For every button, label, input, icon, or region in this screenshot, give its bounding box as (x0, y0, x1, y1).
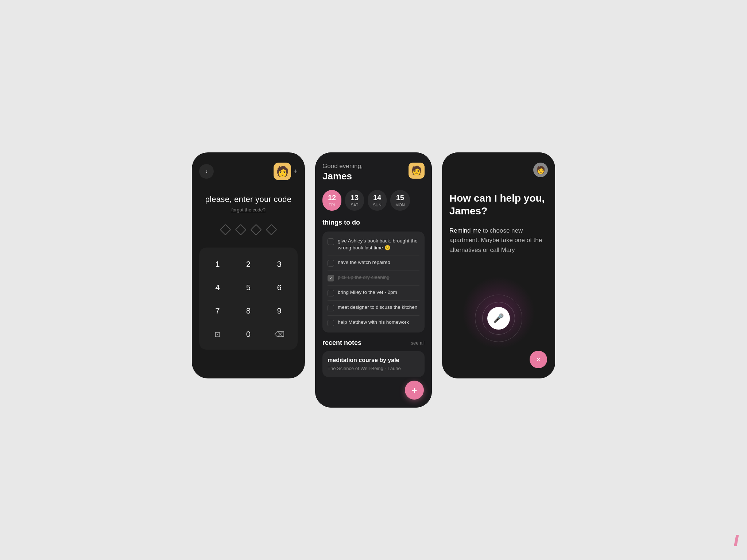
pin-dots (221, 226, 275, 234)
task-checkbox-2[interactable]: ✓ (328, 275, 334, 281)
voice-avatar: 🧑 (533, 163, 548, 177)
task-text-3: bring Miley to the vet - 2pm (338, 289, 419, 296)
key-6[interactable]: 6 (264, 277, 294, 299)
see-all-link[interactable]: see all (411, 340, 425, 346)
pin-dot-3 (250, 224, 262, 235)
voice-screen: 🧑 How can I help you, James? Remind me t… (442, 152, 555, 378)
mic-icon: 🎤 (493, 313, 504, 323)
voice-ring-outer: 🎤 (475, 295, 522, 342)
screens-container: ‹ 🧑 + please, enter your code forgot the… (192, 152, 555, 408)
task-item-5: help Matthew with his homework (328, 315, 419, 330)
task-checkbox-5[interactable] (328, 320, 334, 326)
voice-response: Remind me to choose new apartment. Maybe… (449, 226, 548, 255)
cal-day-name-sat: SAT (351, 203, 359, 207)
key-4[interactable]: 4 (203, 277, 232, 299)
task-text-1: have the watch repaired (338, 259, 419, 266)
pin-screen: ‹ 🧑 + please, enter your code forgot the… (192, 152, 305, 378)
delete-button[interactable]: ⌫ (264, 323, 294, 345)
mic-button[interactable]: 🎤 (487, 307, 510, 330)
key-7[interactable]: 7 (203, 300, 232, 322)
task-checkbox-0[interactable] (328, 238, 334, 245)
voice-close-button[interactable]: × (530, 351, 547, 368)
notes-section-title: recent notes (322, 339, 361, 347)
recent-notes-header: recent notes see all (322, 339, 425, 347)
key-2[interactable]: 2 (234, 253, 263, 275)
fab-plus-icon: + (411, 385, 417, 396)
cal-day-fri[interactable]: 12 FRI (322, 190, 341, 211)
greeting-text: Good evening, (322, 163, 363, 170)
cal-day-sun[interactable]: 14 SUN (368, 190, 387, 211)
phone-voice-shell: 🧑 How can I help you, James? Remind me t… (442, 152, 555, 378)
user-name: James (322, 171, 363, 182)
voice-question: How can I help you, James? (449, 192, 548, 217)
deco-slash: // (734, 533, 736, 549)
phone-pin-shell: ‹ 🧑 + please, enter your code forgot the… (192, 152, 305, 378)
cal-day-name-sun: SUN (373, 203, 381, 207)
task-item-0: give Ashley's book back. brought the wro… (328, 234, 419, 255)
task-text-5: help Matthew with his homework (338, 319, 419, 326)
face-id-button[interactable]: ⊡ (203, 323, 232, 345)
key-8[interactable]: 8 (234, 300, 263, 322)
pin-dot-4 (266, 224, 277, 235)
task-item-4: meet designer to discuss the kitchen (328, 300, 419, 315)
key-9[interactable]: 9 (264, 300, 294, 322)
key-5[interactable]: 5 (234, 277, 263, 299)
cal-day-num-sat: 13 (351, 194, 359, 202)
key-0[interactable]: 0 (234, 323, 263, 345)
remind-me-link[interactable]: Remind me (449, 227, 481, 234)
task-checkbox-4[interactable] (328, 305, 334, 311)
add-icon[interactable]: + (293, 167, 298, 176)
tasks-screen: Good evening, James 🧑 12 FRI 13 SAT 14 S… (315, 152, 432, 408)
note-title: meditation course by yale (328, 357, 419, 363)
avatar-add-group: 🧑 + (274, 163, 298, 180)
task-text-4: meet designer to discuss the kitchen (338, 304, 419, 311)
pin-dot-2 (235, 224, 246, 235)
cal-day-name-mon: MON (395, 203, 405, 207)
forgot-code-link[interactable]: forgot the code? (231, 207, 266, 213)
pin-keypad-grid: 1 2 3 4 5 6 7 8 9 ⊡ 0 ⌫ (203, 253, 294, 345)
greeting-block: Good evening, James (322, 163, 363, 182)
todos-section-title: things to do (322, 219, 425, 226)
note-card[interactable]: meditation course by yale The Science of… (322, 351, 425, 377)
cal-day-num-fri: 12 (328, 194, 336, 202)
task-checkbox-3[interactable] (328, 290, 334, 296)
cal-day-sat[interactable]: 13 SAT (345, 190, 364, 211)
pin-dot-1 (220, 224, 231, 235)
voice-ring-inner: 🎤 (482, 302, 515, 335)
task-item-1: have the watch repaired (328, 256, 419, 270)
pin-prompt-text: please, enter your code (205, 195, 292, 204)
voice-top-bar: 🧑 (449, 163, 548, 177)
task-item-2: ✓ pick up the dry cleaning (328, 271, 419, 285)
back-button[interactable]: ‹ (199, 164, 214, 179)
cal-day-name-fri: FRI (329, 203, 335, 207)
add-fab-button[interactable]: + (405, 381, 424, 400)
pin-keypad: 1 2 3 4 5 6 7 8 9 ⊡ 0 ⌫ (199, 248, 298, 350)
back-icon: ‹ (205, 168, 207, 175)
avatar: 🧑 (274, 163, 291, 180)
pin-top-bar: ‹ 🧑 + (199, 163, 298, 180)
cal-day-num-mon: 15 (396, 194, 404, 202)
task-text-0: give Ashley's book back. brought the wro… (338, 238, 419, 252)
note-subtitle: The Science of Well-Being - Laurie (328, 366, 419, 371)
cal-day-num-sun: 14 (373, 194, 381, 202)
tasks-avatar: 🧑 (409, 163, 425, 179)
task-item-3: bring Miley to the vet - 2pm (328, 285, 419, 300)
calendar-strip: 12 FRI 13 SAT 14 SUN 15 MON (322, 190, 425, 211)
close-icon: × (536, 355, 541, 364)
tasks-list: give Ashley's book back. brought the wro… (322, 232, 425, 332)
phone-tasks-shell: Good evening, James 🧑 12 FRI 13 SAT 14 S… (315, 152, 432, 408)
cal-day-mon[interactable]: 15 MON (390, 190, 410, 211)
voice-mic-area: 🎤 (475, 295, 522, 342)
tasks-header: Good evening, James 🧑 (322, 163, 425, 182)
task-text-2: pick up the dry cleaning (338, 274, 419, 281)
key-1[interactable]: 1 (203, 253, 232, 275)
key-3[interactable]: 3 (264, 253, 294, 275)
task-checkbox-1[interactable] (328, 260, 334, 267)
